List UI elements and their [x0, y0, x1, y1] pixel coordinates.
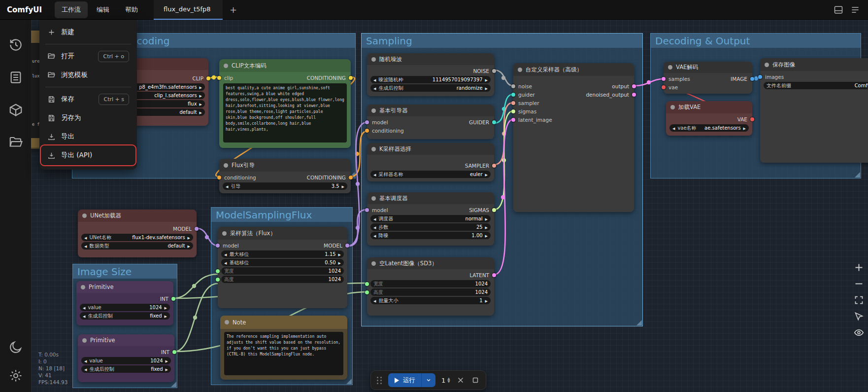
run-button[interactable]: 运行: [388, 376, 421, 385]
widget-right-arrow[interactable]: [200, 109, 202, 115]
widget-left-arrow[interactable]: [373, 172, 376, 177]
widget-unet-name[interactable]: UNet名称flux1-dev.safetensors: [81, 234, 193, 241]
input-slot-model[interactable]: [365, 120, 369, 124]
output-slot-output[interactable]: [632, 84, 636, 88]
node-collapse-dot[interactable]: [765, 63, 769, 67]
node-collapse-dot[interactable]: [371, 147, 376, 151]
workflows-folder-icon[interactable]: [8, 135, 23, 150]
output-slot-int[interactable]: [172, 350, 176, 354]
node-collapse-dot[interactable]: [371, 57, 376, 62]
input-slot-height[interactable]: [365, 290, 369, 294]
widget-type[interactable]: flux: [127, 100, 205, 107]
widget-left-arrow[interactable]: [84, 366, 87, 372]
prompt-textarea[interactable]: best quality,a cute anime girl,sunshine,…: [223, 83, 347, 143]
menu-item-new[interactable]: 新建: [41, 23, 135, 41]
node-basic-guider[interactable]: 基本引导器 model GUIDER conditioning: [367, 105, 494, 139]
node-header[interactable]: 自定义采样器（高级）: [513, 63, 634, 76]
stepper-carets[interactable]: ▲▼: [447, 377, 450, 383]
widget-sampler-name[interactable]: 采样器名称euler: [370, 171, 491, 178]
node-basic-scheduler[interactable]: 基本调度器 model SIGMAS 调度器normal 步数25 降噪1.00: [367, 192, 494, 246]
input-slot-model[interactable]: [365, 208, 369, 212]
widget-left-arrow[interactable]: [84, 358, 87, 363]
widget-steps[interactable]: 步数25: [370, 223, 491, 231]
output-slot-model[interactable]: [195, 227, 199, 231]
widget-left-arrow[interactable]: [373, 233, 376, 238]
run-options-chevron[interactable]: [422, 377, 435, 383]
widget-device[interactable]: default: [127, 108, 205, 116]
node-header[interactable]: 保存图像: [760, 58, 868, 71]
node-model-sampling-flux[interactable]: 采样算法（Flux） model MODEL 最大移位1.15 基础移位0.50…: [218, 227, 347, 308]
widget-value[interactable]: value1024: [81, 357, 171, 364]
node-header[interactable]: UNet加载器: [78, 210, 197, 222]
cancel-icon[interactable]: [456, 376, 465, 385]
widget-right-arrow[interactable]: [485, 298, 488, 303]
widget-right-arrow[interactable]: [200, 84, 202, 90]
menu-item-export[interactable]: 导出: [41, 127, 135, 146]
node-empty-latent-sd3[interactable]: 空Latent图像（SD3） LATENT 宽度1024 高度1024 批量大小…: [367, 257, 494, 316]
group-title[interactable]: Sampling: [362, 34, 642, 48]
widget-batch-size[interactable]: 批量大小1: [370, 297, 491, 304]
model-library-icon[interactable]: [8, 103, 23, 117]
widget-value[interactable]: value1024: [80, 304, 170, 311]
widget-right-arrow[interactable]: [485, 77, 488, 82]
note-textarea[interactable]: The reference sampling implementation au…: [224, 332, 343, 375]
widget-right-arrow[interactable]: [485, 233, 488, 238]
widget-control-after-generate[interactable]: 生成后控制randomize: [370, 84, 491, 92]
output-slot-latent[interactable]: [492, 273, 496, 277]
output-slot-denoised-output[interactable]: [632, 93, 636, 97]
widget-denoise[interactable]: 降噪1.00: [370, 232, 491, 239]
widget-right-arrow[interactable]: [166, 358, 168, 363]
node-ksampler-select[interactable]: K采样器选择 SAMPLER 采样器名称euler: [367, 143, 494, 181]
widget-right-arrow[interactable]: [743, 125, 746, 131]
widget-width-input[interactable]: 宽度1024: [370, 280, 491, 287]
widget-control-after-generate[interactable]: 生成后控制fixed: [80, 312, 170, 320]
input-slot-latent-image[interactable]: [511, 118, 515, 122]
output-slot-conditioning[interactable]: [349, 176, 353, 179]
input-slot-sampler[interactable]: [511, 101, 515, 105]
input-slot-height[interactable]: [216, 278, 220, 282]
menu-workflow[interactable]: 工作流: [55, 1, 88, 18]
node-vae-decode[interactable]: VAE解码 samples IMAGE vae: [664, 62, 752, 94]
widget-vae-name[interactable]: vae名称ae.safetensors: [669, 124, 749, 132]
widget-base-shift[interactable]: 基础移位0.50: [221, 259, 344, 266]
menu-item-save-as[interactable]: 另存为: [41, 108, 135, 127]
node-library-icon[interactable]: [8, 70, 23, 85]
widget-right-arrow[interactable]: [200, 101, 202, 107]
widget-left-arrow[interactable]: [373, 85, 376, 91]
output-slot-model[interactable]: [345, 244, 349, 248]
widget-filename-prefix[interactable]: 文件名前缀ComfyUI: [764, 82, 868, 89]
node-collapse-dot[interactable]: [222, 231, 227, 236]
widget-right-arrow[interactable]: [342, 183, 344, 189]
settings-gear-icon[interactable]: [8, 368, 23, 383]
output-slot-vae[interactable]: [750, 117, 754, 121]
node-collapse-dot[interactable]: [225, 320, 229, 324]
input-slot-sigmas[interactable]: [511, 109, 515, 113]
theme-moon-icon[interactable]: [8, 340, 23, 355]
group-title[interactable]: Decoding & Output: [651, 34, 861, 48]
node-collapse-dot[interactable]: [670, 105, 675, 109]
bottom-panel-icon[interactable]: [834, 5, 843, 15]
widget-left-arrow[interactable]: [224, 260, 227, 265]
node-header[interactable]: Note: [220, 316, 347, 329]
menu-help[interactable]: 帮助: [118, 1, 145, 18]
node-header[interactable]: Primitive: [78, 334, 174, 346]
widget-clip-name2[interactable]: clip_l.safetensors: [127, 92, 205, 99]
widget-right-arrow[interactable]: [188, 235, 190, 240]
widget-right-arrow[interactable]: [338, 251, 341, 257]
widget-right-arrow[interactable]: [200, 93, 202, 98]
input-slot-width[interactable]: [365, 282, 369, 286]
widget-left-arrow[interactable]: [672, 125, 675, 131]
widget-height-input[interactable]: 高度1024: [370, 288, 491, 296]
app-logo[interactable]: ComfyUI: [7, 5, 42, 14]
fit-view-icon[interactable]: [854, 295, 864, 305]
node-header[interactable]: 随机噪波: [367, 53, 494, 65]
node-note[interactable]: Note The reference sampling implementati…: [220, 316, 347, 380]
node-save-image[interactable]: 保存图像 images 文件名前缀ComfyUI: [760, 58, 868, 163]
widget-guidance[interactable]: 引导3.5: [223, 182, 347, 190]
node-unet-loader[interactable]: UNet加载器 MODEL UNet名称flux1-dev.safetensor…: [78, 210, 197, 257]
input-slot-noise[interactable]: [511, 84, 515, 88]
node-vae-loader[interactable]: 加载VAE VAE vae名称ae.safetensors: [666, 101, 752, 136]
node-header[interactable]: Primitive: [76, 281, 173, 293]
widget-left-arrow[interactable]: [373, 216, 376, 221]
node-collapse-dot[interactable]: [371, 196, 376, 201]
